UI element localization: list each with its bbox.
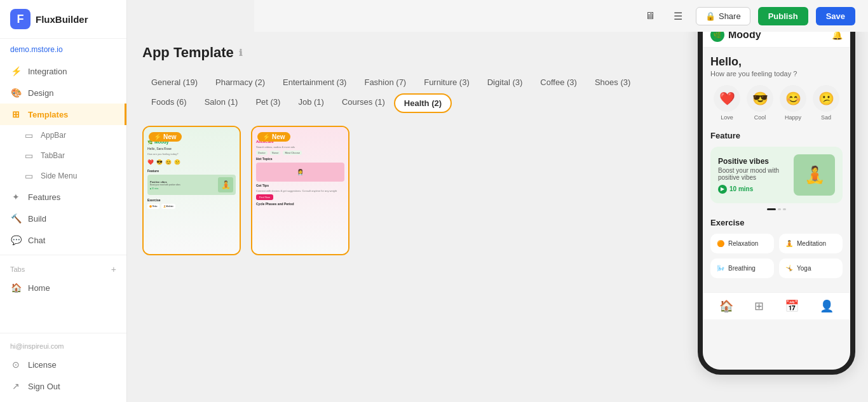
template-card-alicecare[interactable]: ⚡New AliceCare Search videos, audios & m… (251, 126, 349, 255)
phone-mood-love: ❤️ Love (714, 85, 740, 121)
sidebar-item-label: Design (28, 88, 53, 98)
love-label: Love (721, 114, 733, 121)
template-card-moody[interactable]: ⚡New 🌿 Moody Hello, Sara Rose How are yo… (142, 126, 241, 255)
list-view-icon[interactable]: ☰ (668, 6, 688, 26)
phone-feature-text: Positive vibes Boost your mood with posi… (718, 157, 789, 194)
cat-tab-digital[interactable]: Digital (3) (478, 74, 532, 91)
sidebar-item-home[interactable]: 🏠 Home (0, 277, 126, 298)
cat-tab-pet[interactable]: Pet (3) (247, 93, 289, 113)
meditation-label: Meditation (797, 240, 826, 247)
cat-tab-salon[interactable]: Salon (1) (196, 93, 247, 113)
cat-tab-general[interactable]: General (19) (142, 74, 207, 91)
sidebar-item-label: Chat (28, 236, 45, 245)
cat-tab-pharmacy[interactable]: Pharmacy (2) (207, 74, 274, 91)
cat-tab-courses[interactable]: Courses (1) (333, 93, 394, 113)
template-preview-alicecare: AliceCare Search videos, audios & more a… (252, 127, 348, 254)
phone-mood-cool: 😎 Cool (747, 85, 773, 121)
sidebar-item-templates[interactable]: ⊞ Templates (0, 104, 126, 125)
phone-feature-time: 10 mins (729, 185, 753, 192)
cat-tab-job[interactable]: Job (1) (289, 93, 332, 113)
phone-body: Hello, How are you feeling today ? ❤️ Lo… (703, 48, 850, 292)
sidebar-subitem-sidemenu[interactable]: ▭ Side Menu (0, 166, 126, 186)
account-domain[interactable]: demo.mstore.io (0, 39, 126, 60)
happy-label: Happy (785, 114, 801, 121)
sidebar-item-label: License (28, 360, 57, 370)
cat-tab-coffee[interactable]: Coffee (3) (531, 74, 586, 91)
templates-icon: ⊞ (10, 109, 22, 119)
design-icon: 🎨 (10, 88, 22, 98)
bottom-nav-home[interactable]: 🏠 (719, 299, 733, 313)
sidebar-item-design[interactable]: 🎨 Design (0, 82, 126, 104)
add-tab-icon[interactable]: + (111, 264, 116, 274)
sidebar-item-signout[interactable]: ↗ Sign Out (0, 375, 126, 397)
phone-feature-image: 🧘 (794, 154, 835, 196)
sidebar-item-build[interactable]: 🔨 Build (0, 208, 126, 229)
phone-mood-happy: 😊 Happy (780, 85, 806, 121)
integration-icon: ⚡ (10, 66, 22, 76)
desktop-view-icon[interactable]: 🖥 (640, 6, 660, 26)
share-button[interactable]: 🔒 Share (696, 7, 750, 25)
lock-icon: 🔒 (705, 11, 715, 21)
sidebar-subitem-appbar[interactable]: ▭ AppBar (0, 125, 126, 145)
phone-preview: 13:48 ▲ ☁ 🔋 🌿 Moody 🔔 Hello, How are you… (698, 6, 855, 375)
template-preview-moody: 🌿 Moody Hello, Sara Rose How are you fee… (144, 127, 240, 254)
sidebar-bottom: hi@inspireui.com ⊙ License ↗ Sign Out (0, 333, 126, 402)
new-badge-moody: ⚡New (149, 132, 182, 142)
sidebar-subitem-label: TabBar (41, 151, 65, 160)
play-icon: ▶ (718, 185, 727, 194)
breathing-label: Breathing (728, 265, 756, 272)
publish-button[interactable]: Publish (758, 7, 808, 25)
dot-inactive-2 (783, 208, 786, 210)
appbar-icon: ▭ (23, 130, 34, 140)
phone-bottom-nav: 🏠 ⊞ 📅 👤 (703, 292, 850, 319)
chat-icon: 💬 (10, 235, 22, 245)
phone-feature-section-title: Feature (710, 131, 843, 140)
phone-feature-card: Positive vibes Boost your mood with posi… (710, 147, 843, 203)
build-icon: 🔨 (10, 213, 22, 224)
sidebar-item-features[interactable]: ✦ Features (0, 186, 126, 208)
love-icon: ❤️ (714, 85, 740, 112)
phone-moods: ❤️ Love 😎 Cool 😊 Happy 😕 (710, 85, 843, 121)
sidebar-item-label: Sign Out (28, 382, 60, 391)
sidebar-subitem-tabbar[interactable]: ▭ TabBar (0, 145, 126, 166)
new-badge-alicecare: ⚡New (257, 132, 290, 142)
phone-feature-desc: Boost your mood with positive vibes (718, 167, 789, 181)
logo-icon: F (10, 9, 31, 29)
sidebar-item-integration[interactable]: ⚡ Integration (0, 60, 126, 82)
sidebar-item-label: Build (28, 214, 46, 224)
sidebar-item-label: Templates (28, 110, 68, 119)
yoga-icon: 🤸 (785, 265, 793, 272)
sidebar-item-label: Integration (28, 67, 67, 76)
sidebar: F FluxBuilder demo.mstore.io ⚡ Integrati… (0, 0, 127, 402)
license-icon: ⊙ (10, 359, 22, 370)
tabs-section-label: Tabs + (0, 259, 126, 277)
breathing-icon: 🌬️ (717, 265, 724, 272)
save-button[interactable]: Save (816, 7, 855, 25)
cat-tab-foods[interactable]: Foods (6) (142, 93, 196, 113)
cat-tab-health[interactable]: Health (2) (394, 93, 452, 113)
content-wrapper: 🖥 ☰ 🔒 Share Publish Save App Template ℹ … (127, 0, 868, 402)
sidebar-item-chat[interactable]: 💬 Chat (0, 229, 126, 251)
phone-exercise-title: Exercise (710, 218, 843, 227)
tabbar-icon: ▭ (23, 151, 34, 161)
cat-tab-fashion[interactable]: Fashion (7) (355, 74, 415, 91)
sidebar-subitem-label: AppBar (41, 131, 66, 140)
cat-tab-shoes[interactable]: Shoes (3) (586, 74, 639, 91)
signout-icon: ↗ (10, 381, 22, 391)
bottom-nav-grid[interactable]: ⊞ (754, 299, 764, 313)
page-title: App Template ℹ (142, 44, 684, 61)
relaxation-label: Relaxation (728, 240, 758, 247)
sidebar-item-license[interactable]: ⊙ License (0, 354, 126, 375)
bottom-nav-profile[interactable]: 👤 (820, 299, 834, 313)
cat-tab-furniture[interactable]: Furniture (3) (415, 74, 478, 91)
phone-indicator (710, 208, 843, 210)
sidemenu-icon: ▭ (23, 171, 34, 181)
happy-icon: 😊 (780, 85, 806, 112)
cat-tab-entertainment[interactable]: Entertainment (3) (274, 74, 355, 91)
app-name: FluxBuilder (36, 14, 88, 25)
bottom-nav-calendar[interactable]: 📅 (785, 299, 799, 313)
phone-feature-time-area: ▶ 10 mins (718, 185, 789, 194)
templates-grid: ⚡New 🌿 Moody Hello, Sara Rose How are yo… (142, 126, 684, 255)
exercise-relaxation: 🟠 Relaxation (710, 234, 774, 253)
dot-inactive-1 (778, 208, 781, 210)
